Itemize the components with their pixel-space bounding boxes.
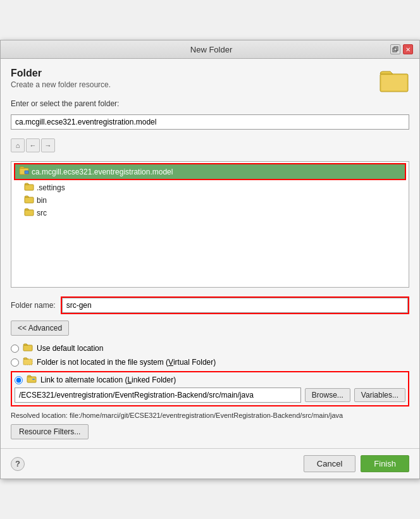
tree-selected-wrapper: ca.mcgill.ecse321.eventregistration.mode… (11, 162, 409, 181)
radio-virtual-label-text: Folder is not located in the file system… (37, 358, 216, 367)
advanced-section-top: << Advanced (11, 321, 409, 336)
resource-filters-wrapper: Resource Filters... (11, 424, 409, 439)
radio-virtual-folder[interactable] (11, 358, 19, 367)
tree-item-src[interactable]: src (11, 207, 409, 219)
svg-rect-5 (25, 171, 28, 174)
folder-icon-default (23, 343, 33, 353)
tree-item-bin[interactable]: bin (11, 194, 409, 207)
svg-rect-1 (394, 47, 398, 51)
svg-rect-8 (25, 210, 34, 216)
resolved-label: Resolved location: (11, 412, 68, 419)
radio-row-linked: Link to alternate location (Linked Folde… (15, 375, 405, 385)
folder-icon-virtual (23, 357, 33, 367)
dialog-title: New Folder (32, 45, 390, 54)
back-nav-button[interactable]: ← (26, 138, 40, 152)
linked-folder-section: Link to alternate location (Linked Folde… (11, 371, 409, 406)
nav-toolbar: ⌂ ← → (11, 136, 409, 155)
header-text: Folder Create a new folder resource. (11, 68, 111, 89)
svg-rect-6 (25, 185, 34, 190)
footer-right: Cancel Finish (304, 455, 409, 472)
folder-icon-src (24, 208, 34, 218)
finish-button[interactable]: Finish (361, 455, 409, 472)
folder-name-label: Folder name: (11, 301, 56, 310)
forward-nav-button[interactable]: → (41, 138, 55, 152)
header-row: Folder Create a new folder resource. (11, 68, 409, 93)
radio-default-label-text: Use default location (37, 344, 103, 353)
new-folder-dialog: New Folder ✕ Folder Create a new folder … (0, 40, 420, 479)
folder-icon-bin (24, 195, 34, 205)
radio-row-default: Use default location (11, 343, 409, 353)
dialog-content: Folder Create a new folder resource. Ent… (1, 59, 419, 448)
folder-name-row: Folder name: (11, 296, 409, 314)
help-button[interactable]: ? (11, 457, 25, 471)
tree-item-bin-label: bin (37, 196, 47, 205)
radio-virtual-folder-label[interactable]: Folder is not located in the file system… (37, 358, 216, 367)
title-bar-controls: ✕ (390, 44, 413, 54)
resource-filters-button[interactable]: Resource Filters... (11, 424, 89, 439)
folder-name-input-wrapper (61, 296, 409, 314)
home-nav-button[interactable]: ⌂ (11, 138, 25, 152)
variables-button[interactable]: Variables... (354, 388, 405, 402)
advanced-button[interactable]: << Advanced (11, 321, 69, 336)
tree-item-root[interactable]: ca.mcgill.ecse321.eventregistration.mode… (14, 163, 406, 180)
linked-folder-input-row: Browse... Variables... (15, 388, 405, 403)
parent-label: Enter or select the parent folder: (11, 99, 409, 108)
tree-item-settings-label: .settings (37, 183, 65, 192)
linked-path-input[interactable] (15, 388, 301, 403)
large-folder-icon (379, 68, 409, 93)
radio-default-location-label[interactable]: Use default location (37, 344, 103, 353)
svg-rect-10 (23, 359, 32, 365)
folder-icon-settings (24, 183, 34, 193)
folder-tree[interactable]: ca.mcgill.ecse321.eventregistration.mode… (11, 161, 409, 288)
svg-rect-3 (381, 75, 407, 90)
radio-linked-label-text: Link to alternate location (Linked Folde… (40, 376, 176, 384)
svg-rect-7 (25, 197, 34, 203)
folder-name-input[interactable] (62, 298, 408, 313)
radio-default-location[interactable] (11, 345, 19, 353)
radio-linked-folder-label[interactable]: Link to alternate location (Linked Folde… (40, 376, 176, 384)
browse-button[interactable]: Browse... (305, 388, 350, 402)
footer-left: ? (11, 457, 25, 471)
cancel-button[interactable]: Cancel (304, 455, 355, 472)
tree-item-src-label: src (37, 209, 47, 217)
svg-rect-9 (23, 345, 32, 351)
header-subtitle: Create a new folder resource. (11, 80, 111, 89)
radio-row-virtual: Folder is not located in the file system… (11, 357, 409, 367)
resolved-value: file:/home/marci/git/ECSE321/eventregist… (70, 412, 343, 419)
parent-folder-input[interactable] (11, 114, 409, 130)
resolved-location: Resolved location: file:/home/marci/git/… (11, 410, 409, 420)
svg-rect-0 (393, 48, 397, 52)
restore-button[interactable] (390, 44, 400, 54)
advanced-section: Use default location Folder is not locat… (11, 343, 409, 439)
tree-item-settings[interactable]: .settings (11, 181, 409, 194)
folder-icon-linked (27, 375, 37, 385)
dialog-footer: ? Cancel Finish (1, 448, 419, 479)
title-bar: New Folder ✕ (1, 40, 419, 59)
project-icon (19, 166, 29, 178)
header-title: Folder (11, 68, 111, 79)
close-button[interactable]: ✕ (403, 44, 413, 54)
radio-linked-folder[interactable] (15, 376, 23, 384)
tree-item-root-label: ca.mcgill.ecse321.eventregistration.mode… (32, 168, 173, 176)
